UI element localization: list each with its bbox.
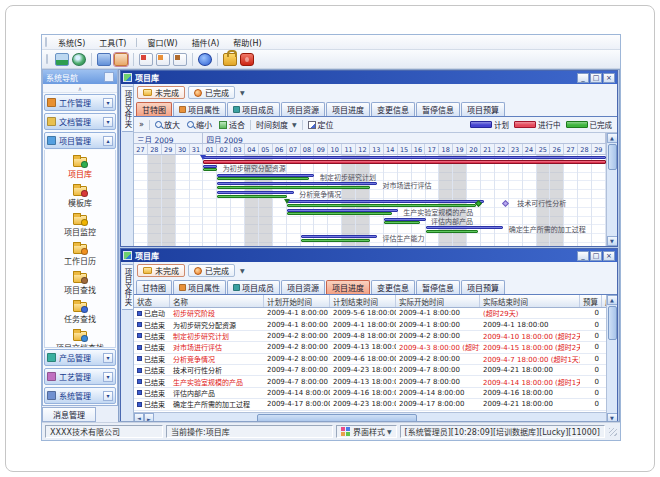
summary-progress-bar[interactable] (203, 160, 606, 164)
expander-icon[interactable]: ▾ (103, 372, 113, 382)
sidebar-item-项目查找[interactable]: 项目查找 (45, 268, 115, 297)
project-folder-side-tab[interactable]: 项目文件夹 (122, 86, 134, 132)
scroll-up-icon[interactable]: ▲ (607, 295, 618, 305)
project-folder-side-tab[interactable]: 项目文件夹 (122, 264, 134, 310)
task-complete-bar[interactable] (217, 186, 370, 189)
gantt-vertical-scrollbar[interactable]: ▲ ▼ (606, 133, 617, 246)
internet-icon[interactable] (72, 53, 86, 66)
task-plan-bar[interactable] (217, 191, 293, 194)
task-complete-bar[interactable] (287, 204, 476, 207)
pin-icon[interactable] (104, 72, 114, 82)
menu-item[interactable]: 窗口(W) (140, 36, 184, 49)
task-plan-bar[interactable] (203, 165, 217, 168)
sidebar-group-工作管理[interactable]: 工作管理▾ (44, 94, 116, 111)
close-button[interactable]: × (603, 251, 615, 261)
expander-icon[interactable]: ▴ (103, 136, 113, 146)
locate-button[interactable]: 定位 (306, 118, 336, 131)
table-row[interactable]: 已结束为初步研究分配资源2009-4-1 8:00:002009-4-1 18:… (134, 319, 606, 330)
tab-暂停信息[interactable]: 暂停信息 (416, 102, 460, 116)
filter-dropdown-icon[interactable]: ▼ (240, 267, 245, 274)
tab-项目属性[interactable]: 项目属性 (173, 102, 226, 116)
task-plan-bar[interactable] (384, 218, 426, 221)
scroll-left-icon[interactable]: ◄ (134, 413, 144, 423)
menu-item[interactable]: 系统(S) (51, 36, 92, 49)
minimize-button[interactable]: _ (577, 251, 589, 261)
table-row[interactable]: 已结束确定生产所需的加工过程2009-4-17 8:00:002009-4-23… (134, 399, 606, 410)
maximize-button[interactable]: □ (590, 251, 602, 261)
tab-项目资源[interactable]: 项目资源 (281, 280, 325, 294)
task-complete-bar[interactable] (384, 221, 420, 224)
task-plan-bar[interactable] (217, 174, 314, 177)
tab-变更信息[interactable]: 变更信息 (371, 102, 415, 116)
message-management-tab[interactable]: 消息管理 (42, 407, 96, 422)
task-complete-bar[interactable] (301, 239, 370, 242)
column-header-计划开始时间[interactable]: 计划开始时间 (264, 295, 330, 307)
task-plan-bar[interactable] (217, 182, 377, 185)
column-header-名称[interactable]: 名称 (170, 295, 264, 307)
tab-甘特图[interactable]: 甘特图 (136, 102, 172, 116)
task-complete-bar[interactable] (426, 230, 479, 233)
menu-item[interactable]: 工具(T) (92, 36, 133, 49)
column-header-实际开始时间[interactable]: 实际开始时间 (396, 295, 480, 307)
tab-项目成员[interactable]: 项目成员 (227, 280, 280, 294)
gantt-window-titlebar[interactable]: 项目库 _ □ × (121, 71, 617, 84)
table-row[interactable]: 已结束对市场进行评估2009-4-2 8:00:002009-4-13 18:0… (134, 342, 606, 353)
scrollbar-thumb[interactable] (257, 414, 417, 423)
filter-finished-button[interactable]: 已完成 (188, 264, 235, 277)
sidebar-item-项目库[interactable]: 项目库 (45, 152, 115, 181)
menu-item[interactable]: 插件(A) (185, 36, 227, 49)
summary-plan-bar[interactable] (203, 156, 606, 159)
sidebar-item-项目文档查找[interactable]: 项目文档查找 (45, 326, 115, 348)
column-header-预算[interactable]: 预算 (580, 295, 602, 307)
tab-甘特图[interactable]: 甘特图 (136, 280, 172, 294)
resize-grip[interactable] (609, 428, 617, 436)
table-vertical-scrollbar[interactable]: ▲ ▼ (606, 295, 617, 422)
tab-项目预算[interactable]: 项目预算 (461, 102, 505, 116)
expander-icon[interactable]: ▾ (103, 117, 113, 127)
sidebar-group-文档管理[interactable]: 文档管理▾ (44, 113, 116, 130)
sidebar-group-产品管理[interactable]: 产品管理▾ (44, 349, 116, 366)
fit-button[interactable]: 适合 (217, 118, 247, 131)
tab-项目预算[interactable]: 项目预算 (461, 280, 505, 294)
expander-icon[interactable]: ▾ (103, 353, 113, 363)
table-window-titlebar[interactable]: 项目库 _ □ × (121, 249, 617, 262)
table-row[interactable]: 已结束技术可行性分析2009-4-7 8:00:002009-4-23 18:0… (134, 365, 606, 376)
task-plan-bar[interactable] (301, 235, 377, 238)
scroll-down-icon[interactable]: ▼ (607, 413, 618, 422)
sidebar-item-任务查找[interactable]: 任务查找 (45, 297, 115, 326)
report-orange-icon[interactable] (156, 53, 170, 66)
table-row[interactable]: 已结束分析竞争情况2009-4-2 8:00:002009-4-6 18:00:… (134, 354, 606, 365)
expander-icon[interactable]: ▾ (103, 98, 113, 108)
sidebar-group-工艺管理[interactable]: 工艺管理▾ (44, 368, 116, 385)
table-row[interactable]: 已结束制定初步研究计划2009-4-2 8:00:002009-4-8 18:0… (134, 331, 606, 342)
expander-icon[interactable]: ▾ (103, 391, 113, 401)
task-complete-bar[interactable] (287, 212, 393, 215)
filter-unfinished-button[interactable]: 未完成 (137, 264, 185, 277)
scrollbar-thumb[interactable] (608, 306, 617, 340)
report-brown-icon[interactable] (173, 53, 187, 66)
task-plan-bar[interactable] (287, 200, 484, 203)
column-header-实际结束时间[interactable]: 实际结束时间 (480, 295, 580, 307)
table-horizontal-scrollbar[interactable]: ◄ ► (134, 412, 606, 422)
report-red-icon[interactable] (139, 53, 153, 66)
lock-icon[interactable] (223, 53, 237, 66)
zoom-in-button[interactable]: 放大 (153, 118, 182, 131)
scroll-up-icon[interactable]: ▲ (607, 133, 618, 143)
task-complete-bar[interactable] (203, 168, 217, 171)
scroll-right-icon[interactable]: ► (144, 413, 154, 422)
tab-项目进度[interactable]: 项目进度 (326, 280, 370, 294)
workspace-icon[interactable] (55, 53, 69, 66)
tab-项目成员[interactable]: 项目成员 (227, 102, 280, 116)
sidebar-collapse-chevron[interactable]: ∧ (43, 84, 117, 93)
menu-item[interactable]: 帮助(H) (226, 36, 268, 49)
folder-closed-icon[interactable] (97, 53, 111, 66)
folder-open-icon[interactable] (114, 53, 128, 66)
tab-项目进度[interactable]: 项目进度 (326, 102, 370, 116)
help-icon[interactable] (198, 53, 212, 66)
sidebar-item-模板库[interactable]: 模板库 (45, 181, 115, 210)
more-button[interactable]: » (137, 119, 146, 130)
timescale-button[interactable]: 时间刻度▼ (254, 118, 299, 131)
filter-finished-button[interactable]: 已完成 (188, 86, 235, 99)
sidebar-group-项目管理[interactable]: 项目管理▴ (44, 132, 116, 149)
task-plan-bar[interactable] (287, 209, 398, 212)
